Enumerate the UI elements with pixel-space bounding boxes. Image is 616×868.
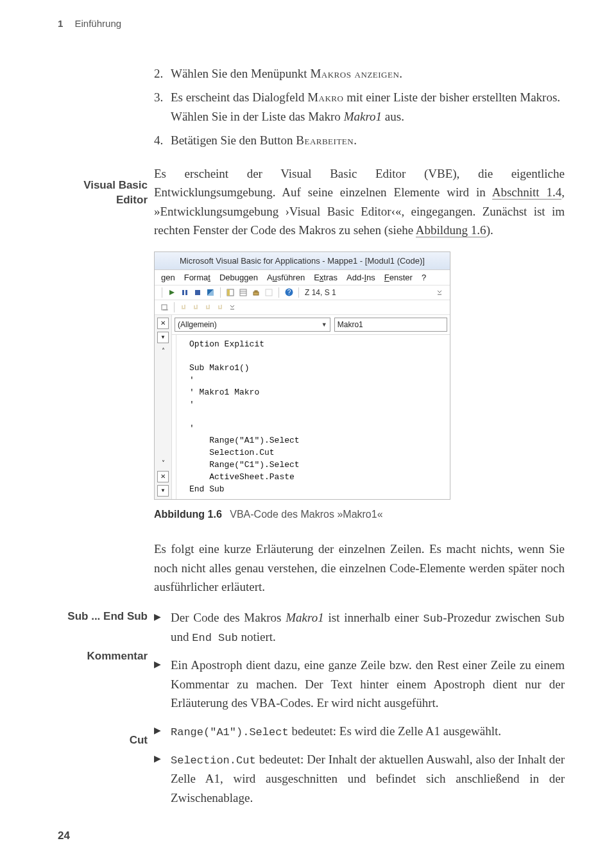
hand-icon[interactable] — [215, 302, 225, 312]
vbe-toolbar-2 — [155, 300, 450, 315]
menu-item[interactable]: Ausführen — [267, 273, 305, 282]
code-pane[interactable]: Option Explicit Sub Makro1() ' ' Makro1 … — [176, 335, 450, 500]
bullet-icon: ▶ — [154, 656, 171, 712]
object-dropdown[interactable]: (Allgemein) ▼ — [175, 318, 330, 332]
close-icon[interactable]: ✕ — [157, 318, 169, 329]
menu-item[interactable]: gen — [161, 273, 175, 282]
object-browser-icon[interactable] — [264, 287, 274, 298]
hand-icon[interactable] — [203, 302, 213, 312]
dropdown-icon[interactable]: ▼ — [157, 332, 169, 343]
para-after-figure: Es folgt eine kurze Erläuterung der einz… — [154, 540, 565, 596]
vbe-screenshot: Microsoft Visual Basic for Applications … — [154, 251, 450, 500]
svg-rect-3 — [195, 290, 200, 295]
menu-item[interactable]: Format — [184, 273, 210, 282]
list-item: ▶ Ein Apostroph dient dazu, eine ganze Z… — [154, 656, 565, 712]
toolbox-icon[interactable] — [251, 287, 261, 298]
divider — [174, 302, 175, 312]
divider — [220, 287, 221, 298]
margin-note-sub: Sub ... End Sub — [58, 609, 148, 624]
cursor-position: Z 14, S 1 — [305, 288, 336, 297]
svg-rect-11 — [253, 292, 259, 295]
chapter-number: 1 — [58, 18, 63, 29]
caption-text: VBA-Code des Makros »Makro1« — [230, 509, 382, 520]
bullet-text: Der Code des Makros Makro1 ist innerhalb… — [171, 608, 565, 647]
list-item: ▶ Der Code des Makros Makro1 ist innerha… — [154, 608, 565, 647]
step-2: 2. Wählen Sie den Menüpunkt Makros anzei… — [154, 64, 565, 83]
page-number: 24 — [58, 830, 70, 842]
project-explorer-icon[interactable] — [225, 287, 235, 298]
margin-note-vbe: Visual Basic Editor — [58, 178, 148, 208]
dropdown-icon[interactable]: ▼ — [157, 485, 169, 497]
menu-item[interactable]: Extras — [314, 273, 338, 282]
svg-rect-13 — [266, 289, 272, 296]
svg-marker-0 — [169, 290, 175, 295]
bullet-text: Ein Apostroph dient dazu, eine ganze Zei… — [171, 656, 565, 712]
svg-rect-2 — [185, 290, 187, 295]
pause-icon[interactable] — [180, 287, 190, 298]
scroll-up-icon[interactable]: ˄ — [158, 346, 168, 356]
link-abbildung[interactable]: Abbildung 1.6 — [416, 223, 486, 237]
figure-caption: Abbildung 1.6 VBA-Code des Makros »Makro… — [154, 509, 565, 520]
help-icon[interactable]: ? — [284, 287, 294, 298]
vbe-left-gutter: ✕ ▼ ˄ ˅ ✕ ▼ — [155, 315, 172, 500]
vbe-dropdown-row: (Allgemein) ▼ Makro1 — [172, 315, 450, 335]
step-4: 4. Betätigen Sie den Button Bearbeiten. — [154, 131, 565, 149]
numbered-steps: 2. Wählen Sie den Menüpunkt Makros anzei… — [154, 64, 565, 150]
chapter-title: Einführung — [75, 18, 122, 29]
vbe-titlebar: Microsoft Visual Basic for Applications … — [155, 252, 450, 270]
stop-icon[interactable] — [193, 287, 203, 298]
bullet-text: Selection.Cut bedeutet: Der Inhalt der a… — [171, 750, 565, 807]
close-icon[interactable]: ✕ — [157, 471, 169, 482]
step-text: Betätigen Sie den Button Bearbeiten. — [171, 131, 565, 149]
bullet-list: ▶ Der Code des Makros Makro1 ist innerha… — [154, 608, 565, 808]
properties-icon[interactable] — [238, 287, 248, 298]
menu-item[interactable]: Debuggen — [219, 273, 258, 282]
menu-item[interactable]: Fenster — [384, 273, 413, 282]
hand-icon[interactable] — [178, 302, 189, 312]
menu-item[interactable]: Add-Ins — [346, 273, 375, 282]
toolbar-overflow-icon[interactable] — [227, 302, 237, 312]
list-item: ▶ Range("A1").Select bedeutet: Es wird d… — [154, 722, 565, 741]
menu-item[interactable]: ? — [422, 273, 426, 282]
margin-note-kommentar: Kommentar — [58, 649, 148, 664]
para-vbe: Es erscheint der Visual Basic Editor (VB… — [154, 164, 565, 240]
edit-icon[interactable] — [160, 302, 170, 312]
margin-note-cut: Cut — [58, 733, 148, 748]
dropdown-value: (Allgemein) — [178, 320, 217, 329]
running-head: 1 Einführung — [58, 18, 121, 29]
link-abschnitt[interactable]: Abschnitt 1.4 — [492, 185, 562, 200]
chevron-down-icon: ▼ — [321, 321, 327, 328]
vbe-main: (Allgemein) ▼ Makro1 Option Explicit Sub… — [172, 315, 450, 500]
svg-rect-12 — [255, 291, 257, 292]
vbe-menubar: gen Format Debuggen Ausführen Extras Add… — [155, 270, 450, 285]
divider — [298, 287, 299, 298]
bullet-icon: ▶ — [154, 750, 171, 807]
content-column: 2. Wählen Sie den Menüpunkt Makros anzei… — [154, 64, 565, 816]
svg-text:?: ? — [287, 289, 291, 296]
toolbar-overflow-icon[interactable] — [434, 287, 445, 298]
dropdown-value: Makro1 — [338, 320, 363, 329]
play-icon[interactable] — [167, 287, 177, 298]
vbe-toolbar: ? Z 14, S 1 — [155, 285, 450, 300]
caption-label: Abbildung 1.6 — [154, 509, 222, 520]
svg-rect-8 — [240, 289, 246, 296]
step-number: 2. — [154, 64, 171, 83]
list-item: ▶ Selection.Cut bedeutet: Der Inhalt der… — [154, 750, 565, 807]
step-text: Wählen Sie den Menüpunkt Makros anzeigen… — [171, 64, 565, 83]
step-number: 4. — [154, 131, 171, 149]
svg-rect-7 — [227, 289, 230, 296]
hand-icon[interactable] — [191, 302, 201, 312]
divider — [278, 287, 279, 298]
divider — [162, 287, 162, 298]
step-3: 3. Es erscheint das Dialogfeld Makro mit… — [154, 88, 565, 126]
design-mode-icon[interactable] — [205, 287, 216, 298]
vbe-body: ✕ ▼ ˄ ˅ ✕ ▼ (Allgemein) ▼ Mak — [155, 315, 450, 500]
procedure-dropdown[interactable]: Makro1 — [334, 318, 447, 332]
bullet-icon: ▶ — [154, 722, 171, 741]
scroll-down-icon[interactable]: ˅ — [158, 458, 168, 468]
step-text: Es erscheint das Dialogfeld Makro mit ei… — [171, 88, 565, 126]
bullet-text: Range("A1").Select bedeutet: Es wird die… — [171, 722, 565, 741]
step-number: 3. — [154, 88, 171, 126]
bullet-icon: ▶ — [154, 608, 171, 647]
page: 1 Einführung Visual Basic Editor Sub ...… — [0, 0, 616, 868]
